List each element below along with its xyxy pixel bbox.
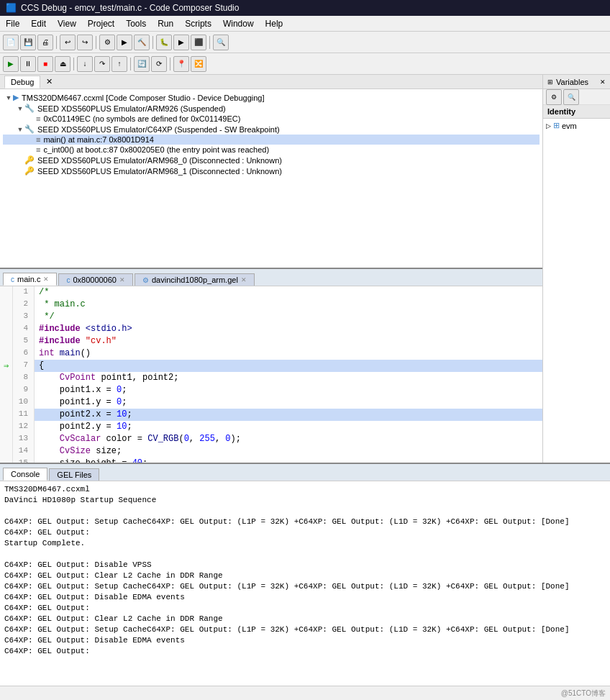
- toolbar-save[interactable]: 💾: [20, 35, 36, 50]
- toolbar-build2[interactable]: ▶: [117, 35, 132, 50]
- toolbar-stop[interactable]: ⬛: [191, 35, 206, 50]
- debug-misc2[interactable]: 🔀: [191, 56, 206, 72]
- code-line-10: 10 point1.y = 0;: [0, 396, 542, 409]
- tree-icon-0: ▶: [13, 93, 19, 102]
- menu-item-scripts[interactable]: Scripts: [179, 17, 217, 30]
- toolbar-build[interactable]: ⚙: [99, 35, 115, 50]
- debug-stepinto[interactable]: ↓: [77, 56, 93, 72]
- toolbar-print[interactable]: 🖨: [37, 35, 53, 50]
- sep5: [73, 58, 74, 71]
- tree-label-6: SEED XDS560PLUS Emulator/ARM968_0 (Disco…: [37, 156, 282, 165]
- toolbar-search[interactable]: 🔍: [213, 35, 229, 50]
- linecontent-10: point1.y = 0;: [35, 396, 127, 409]
- vars-btn2[interactable]: 🔍: [563, 89, 579, 105]
- tree-item-cint00[interactable]: ≡ c_int00() at boot.c:87 0x800205E0 (the…: [3, 145, 540, 155]
- menu-item-run[interactable]: Run: [152, 17, 179, 30]
- tree-item-arm968-0[interactable]: 🔑 SEED XDS560PLUS Emulator/ARM968_0 (Dis…: [3, 155, 540, 165]
- debug-tree: ▼ ▶ TMS320DM6467.ccxml [Code Composer St…: [0, 89, 542, 268]
- debug-resume[interactable]: ▶: [3, 56, 19, 72]
- tab-close-mainc[interactable]: ✕: [43, 276, 49, 283]
- code-editor[interactable]: 1 /* 2 * main.c 3 */ 4: [0, 286, 542, 463]
- vars-toolbar: ⚙ 🔍: [543, 89, 610, 105]
- gutter-9: [0, 384, 13, 396]
- toolbar-debug[interactable]: 🐛: [156, 35, 172, 50]
- tree-icon-4: ≡: [36, 135, 40, 144]
- tree-item-addr[interactable]: ≡ 0xC01149EC (no symbols are defined for…: [3, 114, 540, 124]
- code-tab-mainc[interactable]: c main.c ✕: [3, 273, 57, 286]
- code-line-2: 2 * main.c: [0, 299, 542, 311]
- linecontent-11: point2.x = 10;: [35, 409, 132, 421]
- toolbar-run[interactable]: ▶: [173, 35, 189, 50]
- code-tab-hex[interactable]: c 0x80000060 ✕: [58, 273, 133, 286]
- code-line-14: 14 CvSize size;: [0, 445, 542, 458]
- menu-item-project[interactable]: Project: [82, 17, 120, 30]
- sep7: [170, 58, 170, 71]
- tree-label-2: 0xC01149EC (no symbols are defined for 0…: [43, 114, 240, 123]
- debug-misc1[interactable]: 📍: [173, 56, 189, 72]
- menu-item-tools[interactable]: Tools: [120, 17, 152, 30]
- expand-icon-0[interactable]: ▼: [4, 94, 13, 101]
- gutter-13: [0, 433, 13, 445]
- code-tab-gel[interactable]: ⚙ davincihd1080p_arm.gel ✕: [135, 273, 255, 286]
- tree-icon-3: 🔧: [24, 124, 35, 134]
- sep1: [56, 36, 57, 49]
- debug-restart[interactable]: ⟳: [151, 56, 167, 72]
- vars-btn1[interactable]: ⚙: [546, 89, 562, 105]
- watermark-text: @51CTO博客: [561, 688, 606, 699]
- expand-icon-3[interactable]: ▼: [16, 126, 24, 133]
- vars-expand-icon: ▷: [546, 122, 551, 129]
- tree-item-c64xp[interactable]: ▼ 🔧 SEED XDS560PLUS Emulator/C64XP (Susp…: [3, 124, 540, 135]
- debug-reset[interactable]: 🔄: [134, 56, 150, 72]
- debug-tab[interactable]: Debug: [4, 76, 40, 88]
- debug-suspend[interactable]: ⏸: [20, 56, 36, 72]
- code-line-9: 9 point1.x = 0;: [0, 384, 542, 396]
- tree-item-arm968-1[interactable]: 🔑 SEED XDS560PLUS Emulator/ARM968_1 (Dis…: [3, 165, 540, 176]
- code-tab-bar: c main.c ✕ c 0x80000060 ✕ ⚙ davincihd108…: [0, 269, 542, 286]
- tab-close-hex[interactable]: ✕: [119, 276, 125, 283]
- menu-item-help[interactable]: Help: [260, 17, 289, 30]
- gutter-12: [0, 421, 13, 433]
- menu-item-window[interactable]: Window: [217, 17, 260, 30]
- sep3: [152, 36, 153, 49]
- menu-item-file[interactable]: File: [0, 17, 25, 30]
- tab-close-gel[interactable]: ✕: [241, 276, 247, 283]
- bottom-tab-bar: Console GEL Files: [0, 464, 610, 481]
- debug-panel: Debug ✕ ▼ ▶ TMS320DM6467.ccxml [Code Com…: [0, 75, 542, 269]
- gutter-14: [0, 445, 13, 458]
- vars-item-evm[interactable]: ▷ ⊞ evm: [545, 120, 609, 131]
- sep4: [209, 36, 210, 49]
- gutter-5: [0, 335, 13, 347]
- tree-item-main[interactable]: ≡ main() at main.c:7 0x8001D914: [3, 135, 540, 145]
- tree-item-root[interactable]: ▼ ▶ TMS320DM6467.ccxml [Code Composer St…: [3, 92, 540, 103]
- left-panel: Debug ✕ ▼ ▶ TMS320DM6467.ccxml [Code Com…: [0, 75, 543, 463]
- tree-label-0: TMS320DM6467.ccxml [Code Composer Studio…: [22, 94, 265, 102]
- tree-item-arm926[interactable]: ▼ 🔧 SEED XDS560PLUS Emulator/ARM926 (Sus…: [3, 103, 540, 114]
- linecontent-13: CvScalar color = CV_RGB(0, 255, 0);: [35, 433, 241, 445]
- console-content[interactable]: TMS320DM6467.ccxml DaVinci HD1080p Start…: [0, 481, 610, 686]
- menu-item-view[interactable]: View: [52, 17, 82, 30]
- gutter-3: [0, 311, 13, 323]
- expand-icon-1[interactable]: ▼: [16, 105, 24, 112]
- debug-stepreturn[interactable]: ↑: [111, 56, 127, 72]
- toolbar-clean[interactable]: 🔨: [134, 35, 150, 50]
- linenum-15: 15: [13, 458, 35, 463]
- title-icon: 🟦: [6, 3, 17, 13]
- expand-icon-5: [27, 146, 36, 153]
- bottom-tab-console[interactable]: Console: [3, 468, 47, 481]
- tab-label-gel: davincihd1080p_arm.gel: [152, 276, 238, 284]
- toolbar-undo[interactable]: ↩: [60, 35, 76, 50]
- tab-icon-gel: ⚙: [142, 276, 149, 284]
- debug-stepover[interactable]: ↷: [94, 56, 110, 72]
- tab-icon-c2: c: [66, 276, 70, 284]
- toolbar-redo[interactable]: ↪: [77, 35, 93, 50]
- toolbar-new[interactable]: 📄: [3, 35, 19, 50]
- tree-label-3: SEED XDS560PLUS Emulator/C64XP (Suspende…: [37, 125, 280, 134]
- debug-terminate[interactable]: ■: [37, 56, 53, 72]
- menu-item-edit[interactable]: Edit: [25, 17, 52, 30]
- bottom-tab-gel[interactable]: GEL Files: [49, 468, 99, 481]
- variables-close[interactable]: ✕: [600, 78, 606, 86]
- tree-icon-2: ≡: [36, 114, 40, 123]
- code-line-7: ⇒ 7 {: [0, 360, 542, 372]
- debug-close-icon[interactable]: ✕: [46, 77, 53, 86]
- debug-disconnect[interactable]: ⏏: [55, 56, 70, 72]
